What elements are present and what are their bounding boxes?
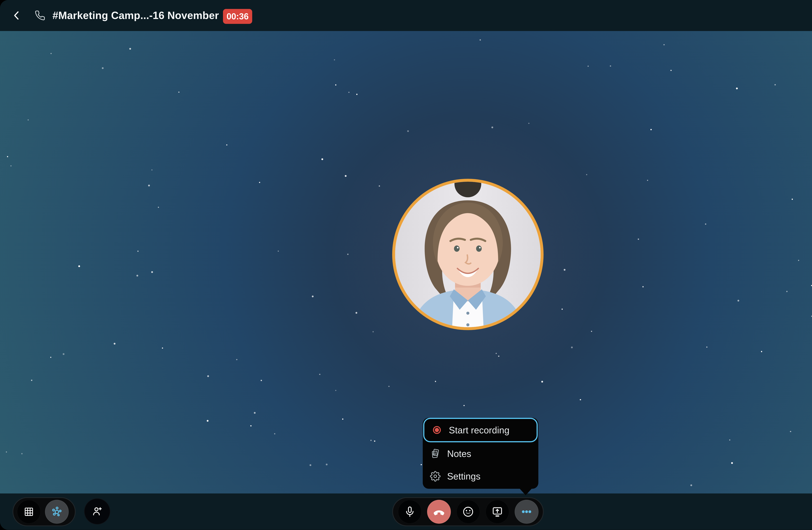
crown-icon [454, 179, 481, 195]
grid-view-button[interactable] [17, 500, 41, 524]
star [371, 440, 372, 441]
star [464, 405, 465, 406]
star [792, 198, 793, 200]
star [250, 425, 251, 426]
top-bar: #Marketing Camp...-16 November 00:36 1 [0, 0, 812, 31]
star [274, 433, 275, 435]
star [50, 53, 52, 54]
star [28, 119, 29, 120]
star [50, 357, 51, 358]
star [580, 399, 581, 400]
star [162, 348, 163, 349]
add-participant-icon [91, 505, 103, 518]
star [663, 44, 665, 45]
star [811, 316, 812, 317]
star [319, 374, 320, 375]
star [356, 94, 358, 95]
menu-item-label: Notes [447, 448, 471, 459]
star [335, 390, 336, 391]
star [738, 300, 739, 301]
star [236, 359, 237, 360]
star [706, 347, 707, 348]
star [207, 375, 209, 377]
star [78, 265, 80, 267]
menu-tail [519, 488, 532, 495]
screenshare-button[interactable] [485, 500, 509, 524]
star [421, 464, 422, 465]
star [158, 207, 159, 208]
avatar-photo [395, 182, 541, 327]
add-participant-button[interactable] [84, 498, 111, 525]
more-icon [520, 505, 533, 518]
notes-icon [429, 448, 441, 459]
menu-item-start-recording[interactable]: Start recording [423, 418, 538, 442]
star [588, 65, 589, 67]
star [731, 462, 733, 464]
star [790, 431, 791, 432]
star [259, 182, 260, 183]
star [729, 439, 730, 441]
star [6, 452, 7, 453]
star [309, 464, 311, 466]
settings-icon [429, 471, 441, 482]
meeting-stage [0, 31, 812, 494]
record-icon [431, 425, 443, 435]
star [647, 180, 648, 181]
chevron-left-icon [10, 9, 23, 22]
star [811, 285, 812, 286]
star [334, 59, 335, 60]
mic-icon [404, 505, 416, 518]
more-options-menu: Start recording Notes [423, 418, 538, 489]
star [736, 88, 738, 89]
more-button[interactable] [514, 500, 538, 524]
star [312, 296, 314, 297]
star [226, 144, 227, 146]
call-indicator [32, 0, 47, 31]
star [650, 129, 652, 130]
layout-toggle [13, 497, 76, 527]
menu-item-label: Start recording [449, 425, 509, 436]
host-badge [454, 179, 481, 197]
timer-badge: 00:36 [223, 9, 252, 24]
star [761, 351, 762, 352]
star [7, 156, 8, 157]
star [610, 65, 611, 67]
reactions-button[interactable] [456, 500, 480, 524]
star [102, 67, 104, 69]
hangup-button[interactable] [427, 500, 451, 524]
star [178, 92, 179, 93]
hangup-icon [432, 504, 446, 519]
star [136, 275, 138, 277]
star [114, 343, 115, 344]
star [705, 223, 706, 224]
star [690, 484, 692, 486]
star [129, 48, 131, 50]
star [480, 39, 481, 41]
star [670, 70, 671, 71]
participant-avatar [392, 179, 543, 330]
screenshare-icon [491, 505, 504, 518]
star [786, 291, 787, 292]
star [207, 420, 208, 422]
star [31, 380, 32, 381]
mic-button[interactable] [398, 500, 422, 524]
star [774, 84, 775, 85]
menu-item-notes[interactable]: Notes [423, 442, 538, 465]
back-button[interactable] [8, 0, 25, 31]
star [254, 412, 256, 414]
immersive-view-button[interactable] [45, 500, 69, 524]
star [348, 92, 349, 93]
immersive-view-icon [50, 505, 63, 518]
star [21, 453, 23, 454]
star [261, 380, 262, 381]
menu-item-label: Settings [447, 471, 480, 482]
star [137, 251, 139, 252]
star [642, 286, 643, 287]
smiley-icon [462, 505, 474, 518]
menu-item-settings[interactable]: Settings [423, 465, 538, 487]
star [326, 463, 328, 466]
star [388, 386, 389, 387]
star [148, 185, 150, 187]
star [321, 158, 323, 160]
star [278, 251, 279, 252]
